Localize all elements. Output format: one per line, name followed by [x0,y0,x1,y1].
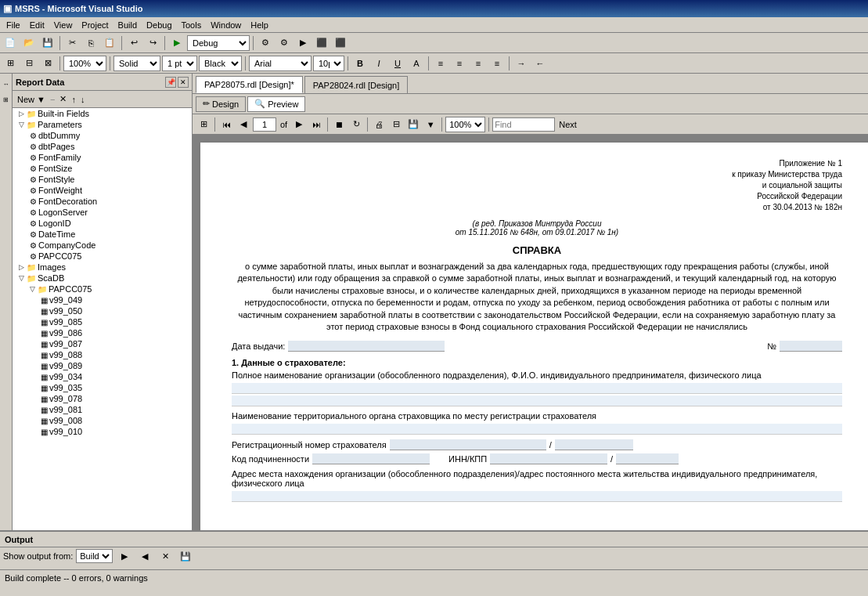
org-name-field2[interactable] [232,396,842,406]
subordinate-field[interactable] [312,453,430,464]
prev-refresh-btn[interactable]: ↻ [348,117,364,132]
tree-item-PAPCC075[interactable]: ▽ 📁 PAPCC075 [13,284,192,294]
reg-number-field[interactable] [390,439,546,450]
prev-save-btn[interactable]: 💾 [405,117,421,132]
line-size-select[interactable]: 1 pt [162,56,197,71]
output-btn2[interactable]: ◀ [136,548,153,564]
menu-help[interactable]: Help [246,19,273,31]
output-clear-btn[interactable]: ✕ [157,548,174,564]
menu-build[interactable]: Build [113,19,142,31]
align-right-btn[interactable]: ≡ [470,56,487,71]
tools-btn1[interactable]: ⚙ [257,35,274,51]
fontsize-select[interactable]: 10p [313,56,344,71]
prev-last-btn[interactable]: ⏭ [308,117,324,132]
tab-pap28075[interactable]: PAP28075.rdl [Design]* [196,76,303,93]
tree-container[interactable]: ▷ 📁 Built-in Fields ▽ 📁 Parameters ⚙ dbt… [13,108,192,530]
paste-btn[interactable]: 📋 [101,35,118,51]
line-style-select[interactable]: Solid [113,56,160,71]
tree-item-FontSize[interactable]: ⚙ FontSize [13,163,192,174]
indent-btn[interactable]: → [513,56,530,71]
inn-field[interactable] [490,453,607,464]
org-name-field[interactable] [232,383,842,394]
tree-item-FontWeight[interactable]: ⚙ FontWeight [13,185,192,196]
tab-preview[interactable]: 🔍 Preview [247,96,305,112]
italic-btn[interactable]: I [370,56,387,71]
tree-item-LogonID[interactable]: ⚙ LogonID [13,218,192,229]
panel-close-btn[interactable]: ✕ [178,77,189,88]
outdent-btn[interactable]: ← [531,56,549,71]
menu-debug[interactable]: Debug [142,19,176,31]
prev-print-btn[interactable]: 🖨 [371,117,387,132]
tree-item-v99_034[interactable]: ▦ v99_034 [13,371,192,382]
color-select[interactable]: Black [199,56,242,71]
tools-btn3[interactable]: ▶ [294,35,312,51]
tab-pap28024[interactable]: PAP28024.rdl [Design] [304,76,408,93]
menu-view[interactable]: View [49,19,77,31]
menu-file[interactable]: File [2,19,25,31]
expand-scadb[interactable]: ▽ [16,274,27,282]
tree-item-builtin[interactable]: ▷ 📁 Built-in Fields [13,108,192,119]
output-source-select[interactable]: Build [76,549,113,563]
toolbox-item2[interactable]: ⊞ [1,92,12,107]
expand-parameters[interactable]: ▽ [16,121,27,128]
bold-btn[interactable]: B [351,56,369,71]
kpp-field[interactable] [616,453,679,464]
fmt-btn1[interactable]: ⊞ [2,56,19,71]
tree-item-FontStyle[interactable]: ⚙ FontStyle [13,174,192,185]
tools-btn4[interactable]: ⬛ [313,35,330,51]
tree-item-dbtDummy[interactable]: ⚙ dbtDummy [13,130,192,141]
open-btn[interactable]: 📂 [20,35,38,51]
page-number-input[interactable] [253,117,276,132]
tree-item-parameters[interactable]: ▽ 📁 Parameters [13,119,192,130]
prev-next-btn[interactable]: ▶ [291,117,307,132]
expand-builtin[interactable]: ▷ [16,110,27,117]
prev-export-btn[interactable]: ⊞ [196,117,211,132]
tree-item-v99_050[interactable]: ▦ v99_050 [13,305,192,316]
prev-prev-btn[interactable]: ◀ [236,117,251,132]
align-left-btn[interactable]: ≡ [432,56,449,71]
redo-btn[interactable]: ↪ [144,35,161,51]
tree-item-scadb[interactable]: ▽ 📁 ScaDB [13,273,192,284]
save-btn[interactable]: 💾 [39,35,56,51]
align-justify-btn[interactable]: ≡ [488,56,506,71]
font-color-btn[interactable]: A [408,56,425,71]
tools-btn5[interactable]: ⬛ [332,35,349,51]
fmt-btn2[interactable]: ⊟ [20,56,38,71]
tree-item-FontFamily[interactable]: ⚙ FontFamily [13,152,192,163]
reg-number-field2[interactable] [555,439,633,450]
expand-PAPCC075[interactable]: ▽ [27,285,38,293]
territory-field[interactable] [232,424,842,435]
panel-new-btn[interactable]: New ▼ [16,94,47,105]
tree-item-v99_085[interactable]: ▦ v99_085 [13,316,192,327]
toolbox-arrow[interactable]: ↔ [1,77,12,91]
preview-zoom-select[interactable]: 100% [445,117,485,132]
menu-tools[interactable]: Tools [177,19,207,31]
output-btn1[interactable]: ▶ [116,548,133,564]
tree-item-v99_049[interactable]: ▦ v99_049 [13,294,192,305]
tree-item-DateTime[interactable]: ⚙ DateTime [13,229,192,240]
tree-item-PAPCC075p[interactable]: ⚙ PAPCC075 [13,251,192,262]
report-content[interactable]: Приложение № 1 к приказу Министерства тр… [193,135,868,530]
address-field[interactable] [232,491,842,502]
run-btn[interactable]: ▶ [168,35,185,51]
copy-btn[interactable]: ⎘ [82,35,99,51]
prev-more-btn[interactable]: ▼ [423,117,438,132]
debug-config-select[interactable]: Debug [187,35,250,51]
menu-edit[interactable]: Edit [25,19,49,31]
cut-btn[interactable]: ✂ [63,35,81,51]
prev-layout-btn[interactable]: ⊟ [388,117,404,132]
expand-images[interactable]: ▷ [16,263,27,271]
prev-stop-btn[interactable]: ⏹ [331,117,347,132]
tree-item-images[interactable]: ▷ 📁 Images [13,262,192,273]
number-field[interactable] [780,341,842,352]
prev-first-btn[interactable]: ⏮ [218,117,234,132]
tab-design[interactable]: ✏ Design [196,96,246,112]
panel-pin-btn[interactable]: 📌 [165,77,176,88]
font-select[interactable]: Arial [249,56,312,71]
panel-down-btn[interactable]: ↓ [79,94,87,105]
date-field[interactable] [288,341,445,352]
undo-btn[interactable]: ↩ [125,35,142,51]
tools-btn2[interactable]: ⚙ [276,35,293,51]
panel-up-btn[interactable]: ↑ [70,94,77,105]
tree-item-v99_081[interactable]: ▦ v99_081 [13,404,192,415]
